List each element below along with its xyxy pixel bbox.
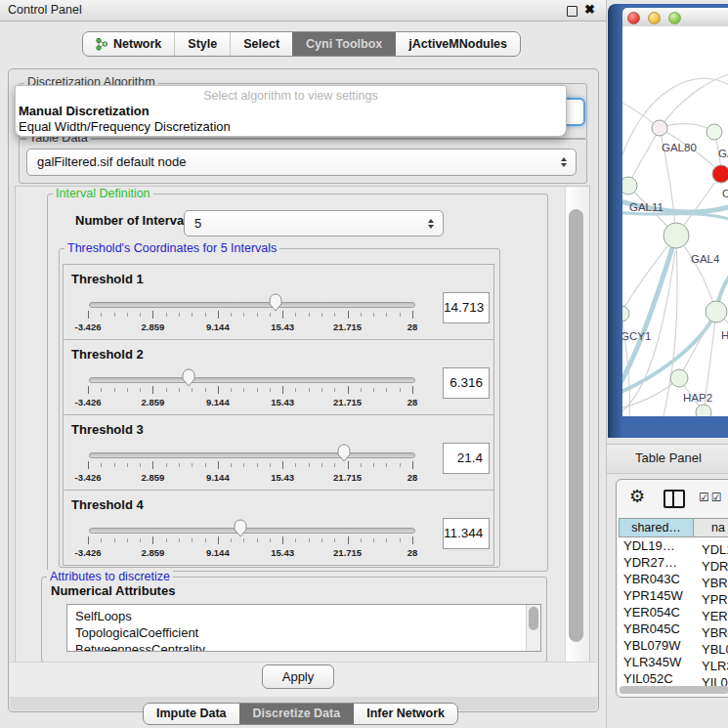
slider-tick [270,388,271,392]
combobox-arrows-icon [428,219,434,229]
slider-tick [373,463,374,467]
network-node[interactable] [670,369,688,387]
number-of-intervals-combobox[interactable]: 5 [184,210,444,236]
numerical-attributes-list[interactable]: SelfLoopsTopologicalCoefficientBetweenne… [66,604,541,652]
threshold-slider-track[interactable] [89,452,415,458]
close-icon[interactable]: ✖ [584,2,595,17]
table-row[interactable]: YBR043CYBR0 [619,571,728,587]
threshold-slider-track[interactable] [89,528,415,534]
slider-tick [243,463,244,467]
node-table[interactable]: YDL19…YDL1YDR27…YDR2YBR043CYBR0YPR145WYP… [619,537,728,686]
bottom-tab-impute-data[interactable]: Impute Data [144,704,239,724]
cell-shared-name[interactable]: YLR345W [619,654,696,670]
slider-tick [295,313,296,317]
table-row[interactable]: YLR345WYLR3 [619,654,728,670]
table-row[interactable]: YBL079WYBL0 [619,637,728,654]
network-window-frame[interactable]: GAL80GACGAL11GAL4GCY1HHAP2 [608,4,728,438]
numerical-attribute-item[interactable]: SelfLoops [67,608,540,624]
threshold-value-field[interactable]: 6.316 [443,367,490,399]
slider-tick [243,313,244,317]
slider-tick [166,538,167,542]
bottom-tab-discretize-data[interactable]: Discretize Data [239,704,354,724]
slider-tick [334,313,335,317]
table-row[interactable]: YER054CYER0 [619,604,728,621]
slider-tick [192,313,193,317]
threshold-row-4: Threshold 4-3.4262.8599.14415.4321.71528… [63,490,494,566]
tab-jactivemnodules[interactable]: jActiveMNodules [395,32,520,56]
tab-select[interactable]: Select [230,32,292,56]
table-row[interactable]: YDR27…YDR2 [619,554,728,571]
slider-tick [88,536,89,544]
gear-icon[interactable]: ⚙ [629,486,645,506]
tab-network[interactable]: Network [83,32,174,56]
network-view-canvas[interactable]: GAL80GACGAL11GAL4GCY1HHAP2 [622,26,728,416]
checkbox-icons[interactable]: ☑☑ [699,491,724,504]
table-row[interactable]: YDL19…YDL1 [619,537,728,554]
network-window-titlebar [622,8,728,26]
slider-tick-label: 28 [393,472,432,483]
network-graph[interactable]: GAL80GACGAL11GAL4GCY1HHAP2 [622,26,728,416]
float-window-icon[interactable] [567,6,578,17]
zoom-traffic-light-icon[interactable] [668,12,681,24]
threshold-slider-thumb[interactable] [269,292,282,312]
list-scrollbar-track[interactable] [526,605,540,651]
cell-shared-name[interactable]: YIL052C [619,670,696,686]
tab-style[interactable]: Style [174,32,230,56]
threshold-value-field[interactable]: 14.713 [443,292,490,323]
horizontal-scrollbar-thumb[interactable] [620,686,728,694]
table-row[interactable]: YIL052CYIL0 [619,670,728,686]
threshold-slider-track[interactable] [89,377,415,383]
numerical-attribute-item[interactable]: TopologicalCoefficient [67,624,540,641]
network-node[interactable] [712,165,728,183]
dropdown-option-equal-width-frequency[interactable]: Equal Width/Frequency Discretization [19,119,231,134]
network-node[interactable] [622,177,637,194]
threshold-value-field[interactable]: 11.344 [443,518,490,549]
slider-tick [400,463,401,467]
threshold-slider-thumb[interactable] [234,518,247,537]
columns-icon[interactable] [664,490,685,508]
cell-shared-name[interactable]: YBR045C [619,621,696,637]
network-node[interactable] [707,124,722,140]
network-node[interactable] [696,405,711,416]
dropdown-option-manual-discretization[interactable]: Manual Discretization [19,104,150,118]
network-node-label: C [722,188,728,199]
network-node[interactable] [706,301,727,322]
cell-shared-name[interactable]: YDR27… [619,554,696,571]
minimize-traffic-light-icon[interactable] [648,12,661,24]
slider-tick [361,313,362,317]
threshold-slider-thumb[interactable] [182,367,195,387]
cell-shared-name[interactable]: YBR043C [619,571,696,587]
threshold-slider-thumb[interactable] [337,443,351,462]
column-header-name[interactable]: na [693,518,728,537]
pane-scrollbar-thumb[interactable] [569,209,583,642]
close-traffic-light-icon[interactable] [627,12,640,24]
bottom-tab-infer-network[interactable]: Infer Network [353,704,457,724]
threshold-value-field[interactable]: 21.4 [443,443,490,474]
cell-shared-name[interactable]: YDL19… [619,537,696,554]
slider-tick [218,386,219,394]
slider-tick [140,313,141,317]
slider-tick-label: 15.43 [263,321,302,332]
slider-tick [140,463,141,467]
network-node[interactable] [664,223,689,248]
threshold-slider-track[interactable] [89,302,415,308]
slider-tick [166,463,167,467]
tab-cyni-toolbox[interactable]: Cyni Toolbox [292,32,395,56]
numerical-attribute-item[interactable]: BetweennessCentrality [67,641,540,652]
network-node[interactable] [652,120,667,136]
list-scrollbar-thumb[interactable] [529,607,538,630]
table-row[interactable]: YPR145WYPR1 [619,587,728,604]
table-data-selected-value: galFiltered.sif default node [37,154,576,169]
table-row[interactable]: YBR045CYBR0 [619,621,728,637]
network-node[interactable] [622,306,629,321]
cell-name[interactable]: YIL0 [696,674,728,686]
slider-tick [386,313,387,317]
cell-shared-name[interactable]: YPR145W [619,587,696,604]
column-header-shared-name[interactable]: shared… [619,518,694,537]
table-data-combobox[interactable]: galFiltered.sif default node [26,149,577,176]
cell-shared-name[interactable]: YBL079W [619,637,696,654]
slider-tick [321,538,322,542]
slider-tick [179,313,180,317]
apply-button[interactable]: Apply [262,664,334,689]
cell-shared-name[interactable]: YER054C [619,604,696,621]
